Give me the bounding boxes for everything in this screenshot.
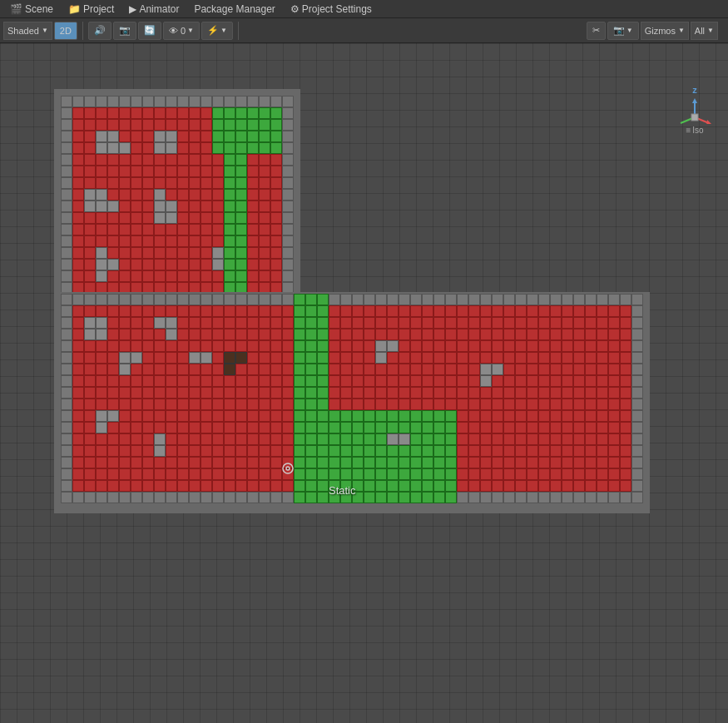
gizmo-z-label: z: [692, 85, 697, 95]
gizmo-widget: z ≡ Iso: [670, 85, 720, 135]
effects-button[interactable]: 🔄: [138, 22, 161, 40]
tile-map-canvas: [0, 43, 728, 723]
menu-bar: 🎬 Scene 📁 Project ▶ Animator Package Man…: [0, 0, 728, 18]
camera-mode-button[interactable]: 📷 ▼: [607, 22, 639, 40]
toolbar-mode-group: Shaded ▼ 2D: [3, 22, 83, 40]
svg-marker-1: [692, 98, 697, 103]
svg-marker-3: [706, 120, 711, 124]
audio-button[interactable]: 🔊: [88, 22, 111, 40]
layers-dropdown[interactable]: All ▼: [691, 22, 718, 40]
menu-animator[interactable]: ▶ Animator: [122, 2, 186, 17]
lightning-button[interactable]: ⚡ ▼: [201, 22, 233, 40]
project-icon: 📁: [68, 3, 81, 15]
gizmo-axes-svg[interactable]: [674, 97, 716, 124]
menu-package-manager[interactable]: Package Manager: [187, 2, 281, 17]
svg-rect-5: [691, 114, 698, 121]
menu-scene[interactable]: 🎬 Scene: [3, 2, 60, 17]
toolbar-right-group: ✂ 📷 ▼ Gizmos ▼ All ▼: [587, 22, 723, 40]
shading-mode-dropdown[interactable]: Shaded ▼: [3, 22, 52, 40]
animator-icon: ▶: [129, 3, 136, 15]
2d-mode-button[interactable]: 2D: [54, 22, 77, 40]
gizmos-dropdown[interactable]: Gizmos ▼: [641, 22, 689, 40]
toolbar: Shaded ▼ 2D 🔊 📷 🔄 👁 0 ▼ ⚡ ▼ ✂ 📷 ▼ Gizmos…: [0, 18, 728, 43]
gear-icon: ⚙: [290, 3, 300, 15]
toolbar-controls-group: 🔊 📷 🔄 👁 0 ▼ ⚡ ▼: [88, 22, 239, 40]
menu-project[interactable]: 📁 Project: [62, 2, 121, 17]
scissors-button[interactable]: ✂: [587, 22, 606, 40]
gizmo-iso-label: ≡ Iso: [686, 126, 703, 135]
menu-project-settings[interactable]: ⚙ Project Settings: [284, 2, 379, 17]
scene-icon: 🎬: [10, 3, 22, 15]
scene-viewport[interactable]: Static z ≡ Iso: [0, 43, 728, 723]
chevron-down-icon: ▼: [42, 27, 48, 34]
layers-button[interactable]: 👁 0 ▼: [163, 22, 200, 40]
camera-button[interactable]: 📷: [113, 22, 136, 40]
